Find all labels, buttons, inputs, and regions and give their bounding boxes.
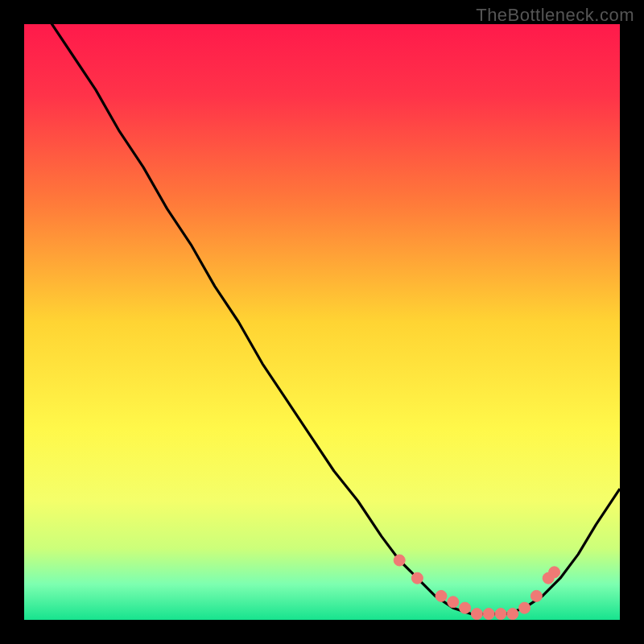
- marker-dot: [460, 602, 471, 613]
- marker-dot: [495, 609, 506, 620]
- marker-dot: [436, 590, 447, 601]
- plot-area: [24, 24, 620, 620]
- chart-svg: [24, 24, 620, 620]
- marker-dot: [530, 590, 542, 601]
- marker-dot: [394, 555, 405, 566]
- marker-dot: [448, 597, 459, 608]
- watermark-label: TheBottleneck.com: [476, 5, 634, 26]
- marker-dot: [483, 609, 494, 620]
- marker-dot: [507, 609, 518, 620]
- marker-dot: [519, 602, 530, 613]
- marker-dot: [549, 567, 560, 578]
- marker-dot: [411, 572, 423, 584]
- marker-dot: [471, 609, 482, 620]
- chart-frame: TheBottleneck.com: [0, 0, 644, 644]
- gradient-background: [24, 24, 620, 620]
